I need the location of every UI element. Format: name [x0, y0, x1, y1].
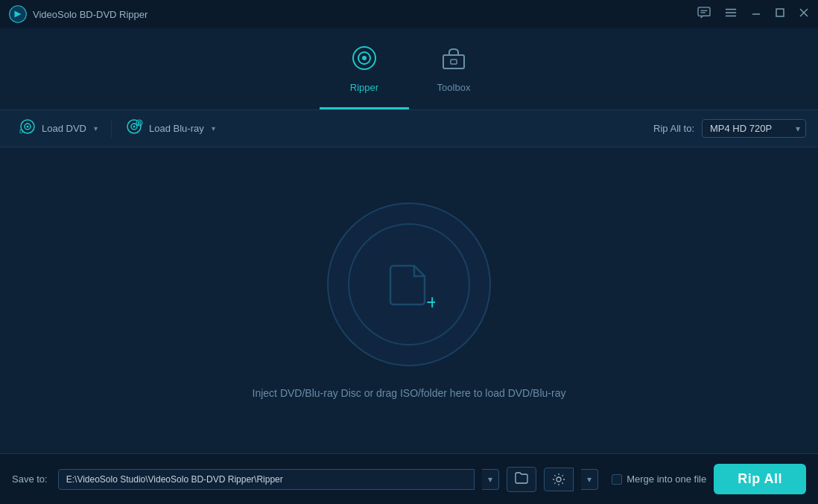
navbar: Ripper Toolbox	[0, 28, 818, 110]
maximize-icon[interactable]	[775, 7, 785, 21]
rip-all-button[interactable]: Rip All	[714, 464, 806, 494]
svg-point-22	[133, 126, 135, 128]
load-bluray-label: Load Blu-ray	[149, 123, 204, 134]
titlebar: VideoSolo BD-DVD Ripper	[0, 0, 818, 28]
app-logo-icon	[9, 5, 27, 23]
main-content: + Inject DVD/Blu-ray Disc or drag ISO/fo…	[0, 147, 818, 453]
load-dvd-label: Load DVD	[42, 123, 86, 134]
svg-text:+: +	[426, 290, 435, 310]
save-path-input[interactable]	[58, 469, 475, 490]
ripper-tab-label: Ripper	[350, 82, 378, 93]
hamburger-icon[interactable]	[724, 7, 738, 22]
toolbar: D Load DVD ▾ B Load Blu-ray ▾ Rip All to…	[0, 110, 818, 147]
load-bluray-dropdown-arrow: ▾	[212, 124, 215, 133]
toolbox-tab-icon	[440, 45, 467, 77]
load-dvd-dropdown-arrow: ▾	[94, 124, 98, 133]
minimize-icon[interactable]	[751, 7, 761, 21]
tab-toolbox[interactable]: Toolbox	[409, 35, 498, 109]
ripper-tab-icon	[351, 45, 378, 77]
svg-rect-1	[698, 7, 710, 16]
toolbar-divider-1	[111, 120, 112, 138]
rip-all-to-select[interactable]: MP4 HD 720P MP4 HD 1080P MKV HD 720P AVI	[702, 119, 806, 138]
svg-point-26	[557, 477, 561, 482]
svg-text:B: B	[137, 121, 141, 126]
save-path-dropdown-button[interactable]: ▾	[482, 469, 499, 490]
drop-zone-icon: +	[383, 258, 435, 310]
settings-dropdown-button[interactable]: ▾	[581, 469, 598, 490]
svg-text:D: D	[19, 128, 24, 135]
load-dvd-button[interactable]: D Load DVD ▾	[12, 114, 105, 143]
svg-rect-14	[443, 55, 464, 68]
svg-rect-15	[451, 60, 457, 64]
merge-label[interactable]: Merge into one file	[627, 473, 706, 485]
save-to-label: Save to:	[12, 473, 48, 485]
merge-checkbox-wrap: Merge into one file	[612, 473, 706, 485]
load-bluray-button[interactable]: B Load Blu-ray ▾	[118, 114, 223, 143]
folder-browse-button[interactable]	[507, 467, 536, 492]
rip-all-to-label: Rip All to:	[653, 123, 694, 134]
bottom-bar: Save to: ▾ ▾ Merge into one file Rip All	[0, 453, 818, 504]
tab-ripper[interactable]: Ripper	[320, 35, 409, 109]
toolbox-tab-label: Toolbox	[437, 82, 471, 93]
titlebar-left: VideoSolo BD-DVD Ripper	[9, 5, 148, 23]
merge-checkbox[interactable]	[612, 474, 622, 485]
svg-point-13	[362, 56, 367, 60]
load-bluray-icon: B	[125, 118, 143, 138]
rip-all-to-select-wrapper: MP4 HD 720P MP4 HD 1080P MKV HD 720P AVI	[702, 119, 806, 138]
svg-rect-8	[776, 9, 784, 16]
drop-instruction: Inject DVD/Blu-ray Disc or drag ISO/fold…	[253, 387, 566, 399]
svg-point-18	[27, 126, 29, 128]
settings-button[interactable]	[544, 468, 574, 491]
close-icon[interactable]	[799, 7, 809, 21]
rip-all-to: Rip All to: MP4 HD 720P MP4 HD 1080P MKV…	[653, 119, 806, 138]
titlebar-controls	[697, 7, 809, 22]
load-dvd-icon: D	[19, 118, 36, 138]
app-title: VideoSolo BD-DVD Ripper	[33, 9, 148, 20]
feedback-icon[interactable]	[697, 7, 711, 22]
drop-zone[interactable]: +	[327, 202, 491, 366]
